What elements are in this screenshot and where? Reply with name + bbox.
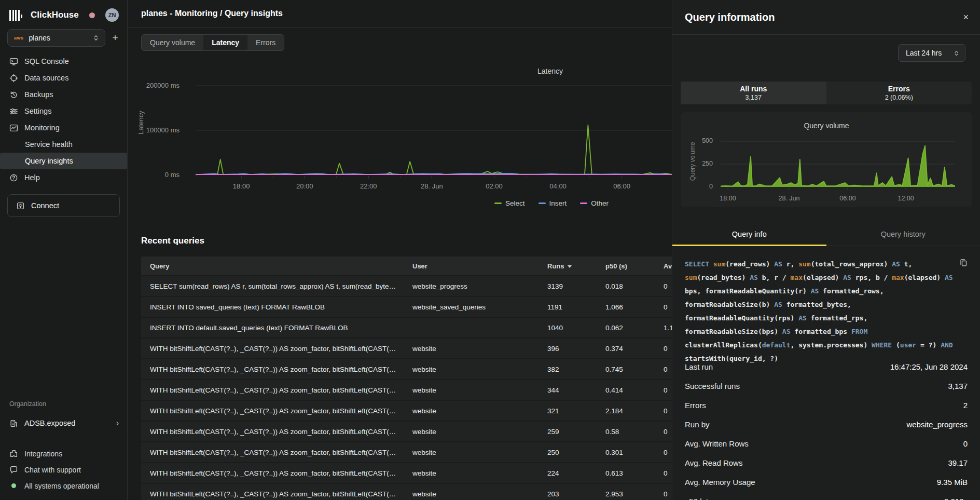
sql-keyword: WHERE bbox=[872, 341, 892, 349]
legend-item-other[interactable]: Other bbox=[580, 199, 609, 207]
settings-icon bbox=[9, 107, 18, 116]
latency-chart[interactable] bbox=[196, 83, 672, 182]
table-row[interactable]: INSERT INTO saved_queries (text) FORMAT … bbox=[141, 296, 672, 317]
table-row[interactable]: SELECT sum(read_rows) AS r, sum(total_ro… bbox=[141, 276, 672, 296]
close-icon[interactable]: × bbox=[963, 12, 969, 22]
info-tab-query-history[interactable]: Query history bbox=[826, 223, 980, 246]
panel-title: Query information bbox=[685, 11, 775, 23]
query-cell: WITH bitShiftLeft(CAST(?..), _CAST(?..))… bbox=[141, 421, 404, 442]
tab-query-volume[interactable]: Query volume bbox=[142, 35, 203, 50]
sql-text: (read_bytes) bbox=[697, 274, 750, 281]
sidebar-item-help[interactable]: Help bbox=[0, 169, 127, 186]
time-range-value: Last 24 hrs bbox=[906, 49, 942, 57]
summary-tab-all-runs[interactable]: All runs3,137 bbox=[681, 82, 826, 104]
query-stats: Last run16:47:25, Jun 28 2024Successful … bbox=[685, 357, 968, 500]
sql-text: (elapsed) bbox=[904, 274, 945, 281]
main-content: planes - Monitoring / Query insights Que… bbox=[128, 0, 672, 500]
user-cell: website bbox=[404, 483, 539, 500]
footer-item-all-systems-operational[interactable]: All systems operational bbox=[0, 478, 127, 494]
table-row[interactable]: WITH bitShiftLeft(CAST(?..), _CAST(?..))… bbox=[141, 421, 672, 442]
latency-legend: SelectInsertOther bbox=[453, 199, 650, 207]
column-header-user[interactable]: User bbox=[404, 256, 539, 276]
sidebar-item-backups[interactable]: Backups bbox=[0, 86, 127, 103]
sidebar: ClickHouse ZN aws planes + SQL ConsoleDa… bbox=[0, 0, 128, 500]
sql-keyword: AS bbox=[774, 260, 782, 268]
legend-item-insert[interactable]: Insert bbox=[539, 199, 567, 207]
tab-latency[interactable]: Latency bbox=[203, 35, 247, 50]
avg-cell: 1.15 bbox=[655, 317, 672, 338]
runs-cell: 259 bbox=[539, 421, 597, 442]
p50-cell: 0.374 bbox=[597, 338, 655, 359]
x-tick-label: 28. Jun bbox=[768, 195, 810, 202]
sql-keyword: AS bbox=[811, 287, 819, 295]
volume-chart[interactable] bbox=[721, 132, 955, 191]
chevron-right-icon: › bbox=[116, 418, 119, 428]
p50-cell: 2.184 bbox=[597, 400, 655, 421]
clickhouse-logo-icon[interactable] bbox=[9, 9, 22, 21]
column-header-p50-s[interactable]: p50 (s) bbox=[597, 256, 655, 276]
user-cell: website_saved_queries bbox=[404, 296, 539, 317]
sql-text: = ?) bbox=[916, 341, 941, 349]
project-selector[interactable]: aws planes bbox=[7, 29, 105, 47]
monitoring-icon bbox=[9, 124, 18, 132]
info-tabs: Query infoQuery history bbox=[672, 223, 980, 246]
sql-keyword: AND bbox=[941, 341, 953, 349]
sql-text: (read_rows) bbox=[725, 260, 774, 268]
sidebar-item-data-sources[interactable]: Data sources bbox=[0, 70, 127, 86]
query-cell: WITH bitShiftLeft(CAST(?..), _CAST(?..))… bbox=[141, 338, 404, 359]
user-cell: website_progress bbox=[404, 276, 539, 296]
connect-button[interactable]: Connect bbox=[7, 194, 120, 217]
sidebar-item-query-insights[interactable]: Query insights bbox=[0, 153, 127, 169]
table-row[interactable]: WITH bitShiftLeft(CAST(?..), _CAST(?..))… bbox=[141, 400, 672, 421]
sidebar-item-settings[interactable]: Settings bbox=[0, 103, 127, 119]
user-cell: website bbox=[404, 442, 539, 463]
footer-item-chat-with-support[interactable]: Chat with support bbox=[0, 462, 127, 478]
query-cell: WITH bitShiftLeft(CAST(?..), _CAST(?..))… bbox=[141, 359, 404, 380]
time-range-select[interactable]: Last 24 hrs bbox=[898, 44, 965, 62]
user-cell bbox=[404, 317, 539, 338]
table-row[interactable]: WITH bitShiftLeft(CAST(?..), _CAST(?..))… bbox=[141, 442, 672, 463]
user-cell: website bbox=[404, 359, 539, 380]
stat-label: Errors bbox=[685, 401, 706, 410]
copy-icon[interactable] bbox=[959, 259, 968, 267]
summary-tabs: All runs3,137Errors2 (0.06%) bbox=[681, 82, 972, 104]
sidebar-bottom: Organization ADSB.exposed › Integrations… bbox=[0, 400, 127, 500]
avg-cell: 0 bbox=[655, 442, 672, 463]
sidebar-item-sql-console[interactable]: SQL Console bbox=[0, 53, 127, 70]
stat-label: Avg. Memory Usage bbox=[685, 478, 755, 487]
app: ClickHouse ZN aws planes + SQL ConsoleDa… bbox=[0, 0, 980, 500]
table-row[interactable]: WITH bitShiftLeft(CAST(?..), _CAST(?..))… bbox=[141, 463, 672, 483]
sidebar-item-monitoring[interactable]: Monitoring bbox=[0, 119, 127, 136]
column-header-query[interactable]: Query bbox=[141, 256, 404, 276]
table-row[interactable]: WITH bitShiftLeft(CAST(?..), _CAST(?..))… bbox=[141, 380, 672, 400]
legend-label: Other bbox=[591, 199, 609, 207]
divider bbox=[0, 439, 127, 439]
avatar[interactable]: ZN bbox=[105, 8, 119, 22]
notification-dot-icon[interactable] bbox=[89, 12, 95, 18]
summary-tab-errors[interactable]: Errors2 (0.06%) bbox=[826, 82, 972, 104]
query-cell: WITH bitShiftLeft(CAST(?..), _CAST(?..))… bbox=[141, 400, 404, 421]
table-row[interactable]: WITH bitShiftLeft(CAST(?..), _CAST(?..))… bbox=[141, 338, 672, 359]
query-cell: WITH bitShiftLeft(CAST(?..), _CAST(?..))… bbox=[141, 442, 404, 463]
sql-text: b, r / bbox=[758, 274, 791, 281]
organization-selector[interactable]: ADSB.exposed › bbox=[0, 413, 127, 434]
stat-value: 2 bbox=[963, 401, 968, 410]
avg-cell: 0 bbox=[655, 463, 672, 483]
y-tick-label: 250 bbox=[681, 160, 713, 167]
table-row[interactable]: WITH bitShiftLeft(CAST(?..), _CAST(?..))… bbox=[141, 483, 672, 500]
legend-item-select[interactable]: Select bbox=[494, 199, 525, 207]
info-tab-query-info[interactable]: Query info bbox=[672, 223, 826, 246]
sql-text: t, bbox=[900, 260, 912, 268]
add-service-button[interactable]: + bbox=[109, 32, 121, 44]
integrations-icon bbox=[9, 449, 18, 458]
table-row[interactable]: WITH bitShiftLeft(CAST(?..), _CAST(?..))… bbox=[141, 359, 672, 380]
table-row[interactable]: INSERT INTO default.saved_queries (text)… bbox=[141, 317, 672, 338]
sidebar-item-service-health[interactable]: Service health bbox=[0, 136, 127, 153]
column-header-avg[interactable]: Avg. bbox=[655, 256, 672, 276]
column-header-runs[interactable]: Runs bbox=[539, 256, 597, 276]
x-tick-label: 02:00 bbox=[474, 182, 515, 190]
tab-errors[interactable]: Errors bbox=[247, 35, 284, 50]
footer-item-integrations[interactable]: Integrations bbox=[0, 445, 127, 462]
latency-chart-title: Latency bbox=[537, 67, 563, 75]
y-tick-label: 200000 ms bbox=[128, 82, 180, 90]
